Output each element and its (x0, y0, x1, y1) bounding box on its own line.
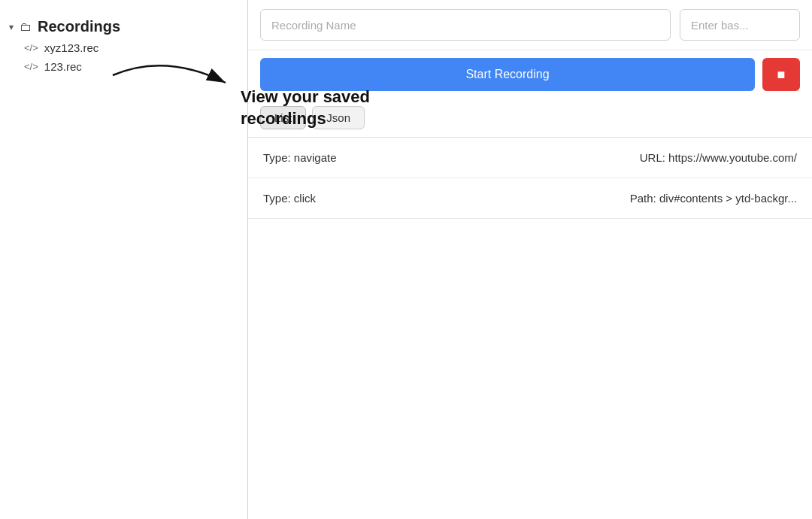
folder-icon: 🗀 (20, 20, 32, 34)
base-url-input[interactable] (680, 9, 800, 41)
top-bar (248, 0, 812, 50)
sidebar-item-label: xyz123.rec (44, 41, 99, 54)
tab-json[interactable]: Json (312, 106, 365, 129)
entry-meta: URL: https://www.youtube.com/ (640, 151, 797, 164)
entry-type: Type: navigate (263, 151, 337, 164)
entry-meta-key: Path: (630, 192, 656, 205)
entry-meta: Path: div#contents > ytd-backgr... (630, 192, 797, 205)
entry-meta-value: div#contents > ytd-backgr... (659, 192, 797, 205)
recordings-folder[interactable]: ▾ 🗀 Recordings (0, 12, 247, 38)
stop-icon: ■ (777, 67, 786, 83)
tab-list[interactable]: List (260, 106, 306, 129)
sidebar: ▾ 🗀 Recordings </> xyz123.rec </> 123.re… (0, 0, 248, 519)
entry-type: Type: click (263, 192, 316, 205)
table-row: Type: click Path: div#contents > ytd-bac… (248, 178, 812, 219)
stop-recording-button[interactable]: ■ (762, 58, 800, 91)
recording-name-input[interactable] (260, 9, 671, 41)
main-content: Start Recording ■ List Json Type: naviga… (248, 0, 812, 519)
code-icon: </> (24, 42, 38, 53)
entry-meta-value: https://www.youtube.com/ (668, 151, 797, 164)
entry-meta-key: URL: (640, 151, 665, 164)
chevron-down-icon: ▾ (9, 22, 14, 32)
action-bar: Start Recording ■ (248, 50, 812, 99)
recording-list: Type: navigate URL: https://www.youtube.… (248, 138, 812, 519)
start-recording-button[interactable]: Start Recording (260, 58, 755, 91)
sidebar-item-label: 123.rec (44, 60, 82, 73)
tab-bar: List Json (248, 99, 812, 138)
sidebar-title: Recordings (38, 18, 120, 35)
sidebar-item-123[interactable]: </> 123.rec (0, 57, 247, 76)
code-icon: </> (24, 61, 38, 72)
sidebar-item-xyz123[interactable]: </> xyz123.rec (0, 38, 247, 57)
table-row: Type: navigate URL: https://www.youtube.… (248, 138, 812, 178)
